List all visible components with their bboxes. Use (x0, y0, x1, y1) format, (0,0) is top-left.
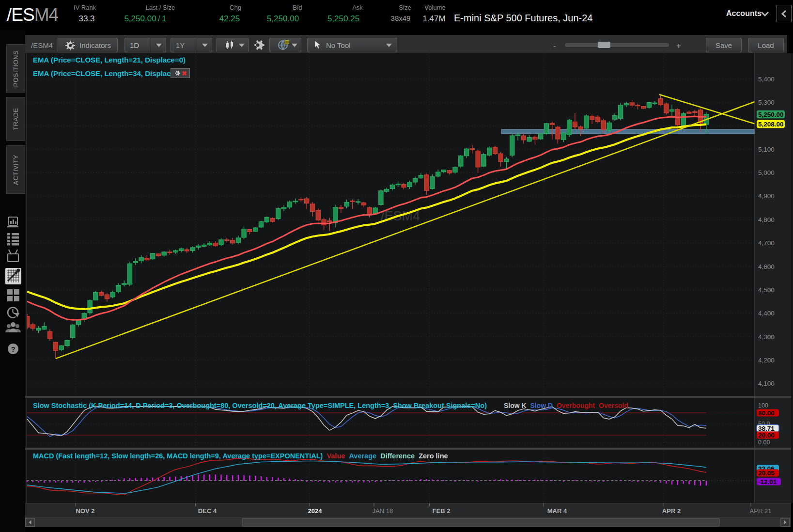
svg-text:DEC 4: DEC 4 (198, 507, 217, 515)
svg-text:JAN 18: JAN 18 (373, 507, 393, 515)
svg-text:5,100: 5,100 (758, 146, 775, 153)
svg-text:4,200: 4,200 (758, 357, 775, 364)
svg-text:NOV 2: NOV 2 (76, 507, 94, 515)
svg-text:5,400: 5,400 (758, 76, 775, 83)
svg-text:-12.01: -12.01 (758, 478, 777, 485)
svg-text:4,300: 4,300 (758, 333, 775, 341)
svg-text:2024: 2024 (308, 507, 323, 515)
svg-text:5,208.00: 5,208.00 (758, 121, 784, 128)
svg-text:4,500: 4,500 (758, 286, 775, 294)
svg-text:4,600: 4,600 (758, 263, 775, 270)
svg-text:5,300: 5,300 (758, 99, 775, 106)
svg-text:38.71: 38.71 (758, 425, 775, 432)
svg-text:4,900: 4,900 (758, 192, 775, 200)
svg-text:20.05: 20.05 (758, 469, 775, 477)
svg-text:MAR 4: MAR 4 (547, 507, 567, 515)
svg-text:APR 2: APR 2 (662, 507, 681, 515)
svg-text:5,000: 5,000 (758, 169, 775, 176)
svg-text:APR 21: APR 21 (750, 507, 772, 515)
svg-text:5,250.00: 5,250.00 (758, 111, 784, 118)
svg-text:4,100: 4,100 (758, 380, 775, 387)
svg-text:100: 100 (758, 402, 768, 409)
svg-text:4,400: 4,400 (758, 310, 775, 317)
svg-text:20.00: 20.00 (758, 432, 775, 439)
svg-text:80.00: 80.00 (758, 409, 775, 417)
svg-text:0.00: 0.00 (758, 439, 770, 446)
svg-text:FEB 2: FEB 2 (433, 507, 451, 515)
svg-text:4,800: 4,800 (758, 216, 775, 223)
svg-text:4,700: 4,700 (758, 239, 775, 247)
